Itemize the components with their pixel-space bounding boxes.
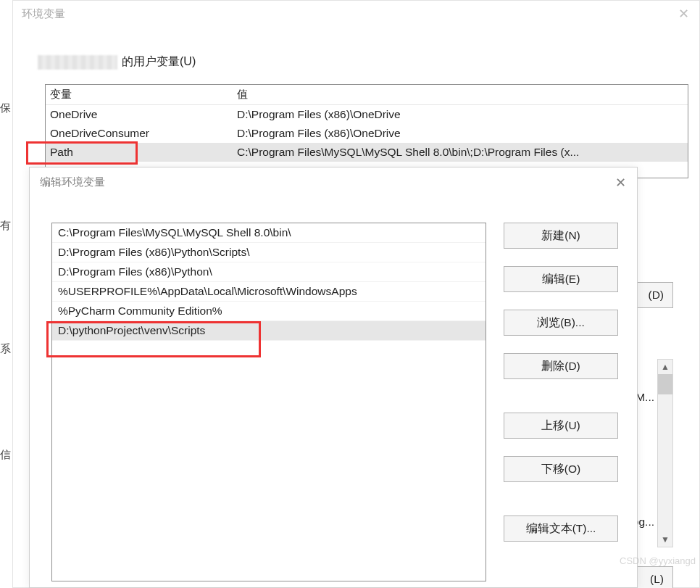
edit-env-var-dialog: 编辑环境变量 ✕ C:\Program Files\MySQL\MySQL Sh… (29, 167, 638, 588)
list-item[interactable]: D:\Program Files (x86)\Python\Scripts\ (52, 243, 486, 262)
edit-button[interactable]: 编辑(E) (504, 266, 618, 292)
user-vars-label: 的用户变量(U) (122, 54, 196, 70)
list-item[interactable]: %USERPROFILE%\AppData\Local\Microsoft\Wi… (52, 282, 486, 302)
left-sliver: 系 (0, 342, 12, 356)
left-sliver: 信 (0, 448, 12, 462)
edit-dialog-title: 编辑环境变量 (30, 167, 637, 196)
var-value: D:\Program Files (x86)\OneDrive (233, 105, 688, 124)
behind-scrollbar[interactable]: ▲ ▼ (657, 359, 673, 547)
list-item[interactable]: %PyCharm Community Edition% (52, 302, 486, 321)
table-row[interactable]: OneDrive D:\Program Files (x86)\OneDrive (46, 105, 688, 124)
col-variable[interactable]: 变量 (46, 85, 233, 104)
browse-button[interactable]: 浏览(B)... (504, 310, 618, 336)
list-item[interactable]: D:\Program Files (x86)\Python\ (52, 262, 486, 282)
dialog-button-column: 新建(N) 编辑(E) 浏览(B)... 删除(D) 上移(U) 下移(O) 编… (504, 223, 620, 546)
redacted-username (38, 55, 117, 70)
var-value: C:\Program Files\MySQL\MySQL Shell 8.0\b… (233, 143, 688, 162)
scroll-up-icon[interactable]: ▲ (658, 360, 672, 374)
left-sliver: 有 (0, 219, 12, 233)
new-button[interactable]: 新建(N) (504, 223, 618, 249)
var-value: D:\Program Files (x86)\OneDrive (233, 124, 688, 143)
var-name: OneDrive (46, 108, 233, 121)
scroll-down-icon[interactable]: ▼ (658, 532, 672, 547)
var-name: OneDriveConsumer (46, 127, 233, 140)
watermark: CSDN @yyxiangd (620, 555, 696, 566)
env-vars-title: 环境变量 (13, 1, 699, 27)
move-down-button[interactable]: 下移(O) (504, 456, 618, 482)
list-item[interactable]: C:\Program Files\MySQL\MySQL Shell 8.0\b… (52, 223, 486, 243)
delete-button[interactable]: 删除(D) (504, 353, 618, 379)
close-icon[interactable]: ✕ (611, 173, 630, 192)
list-item[interactable]: D:\pythonProject\venv\Scripts (52, 321, 486, 341)
close-icon[interactable]: ✕ (673, 4, 693, 24)
user-vars-header: 变量 值 (46, 85, 688, 105)
path-entries-list[interactable]: C:\Program Files\MySQL\MySQL Shell 8.0\b… (51, 223, 486, 581)
col-value[interactable]: 值 (233, 85, 688, 104)
edit-text-button[interactable]: 编辑文本(T)... (504, 515, 618, 542)
var-name: Path (46, 146, 233, 159)
user-vars-table[interactable]: 变量 值 OneDrive D:\Program Files (x86)\One… (45, 84, 688, 178)
scroll-thumb[interactable] (658, 374, 672, 394)
table-row[interactable]: OneDriveConsumer D:\Program Files (x86)\… (46, 124, 688, 143)
left-sliver: 保 (0, 102, 12, 115)
move-up-button[interactable]: 上移(U) (504, 413, 618, 439)
table-row[interactable]: Path C:\Program Files\MySQL\MySQL Shell … (46, 143, 688, 162)
